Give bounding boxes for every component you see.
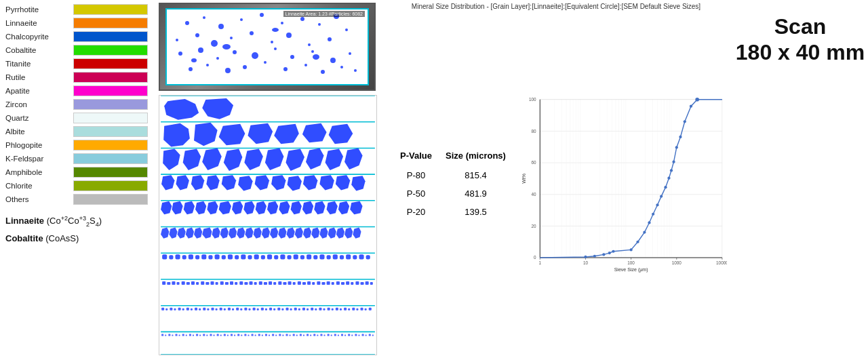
svg-rect-212 xyxy=(269,334,270,336)
mineral-color-swatch xyxy=(73,167,148,178)
svg-point-22 xyxy=(233,50,237,54)
scan-image: Linnaeite Area: 1.23 #Particles: 6082 xyxy=(159,3,376,91)
svg-rect-200 xyxy=(227,334,229,336)
svg-point-2 xyxy=(218,24,224,29)
svg-rect-147 xyxy=(232,309,234,311)
svg-rect-242 xyxy=(372,334,374,336)
svg-rect-123 xyxy=(341,282,344,285)
svg-point-305 xyxy=(660,195,663,197)
svg-rect-158 xyxy=(277,308,280,311)
mineral-color-swatch xyxy=(73,140,148,151)
scan-info-label: Linnaeite Area: 1.23 #Particles: 6082 xyxy=(283,11,365,17)
svg-rect-128 xyxy=(366,281,369,285)
svg-point-17 xyxy=(328,37,332,41)
svg-text:20: 20 xyxy=(532,224,537,228)
svg-rect-61 xyxy=(208,255,212,259)
svg-point-15 xyxy=(286,33,292,38)
svg-rect-102 xyxy=(239,281,243,285)
svg-rect-171 xyxy=(332,309,334,311)
svg-text:40: 40 xyxy=(532,192,537,197)
svg-text:10: 10 xyxy=(583,260,589,265)
svg-rect-118 xyxy=(317,281,320,285)
svg-rect-243 xyxy=(540,100,722,258)
svg-rect-153 xyxy=(257,309,259,311)
mineral-row: Others xyxy=(5,193,151,205)
svg-rect-72 xyxy=(280,254,285,259)
svg-rect-218 xyxy=(290,334,291,336)
svg-rect-101 xyxy=(235,282,237,285)
svg-rect-70 xyxy=(267,254,272,259)
svg-point-0 xyxy=(185,21,189,25)
svg-point-309 xyxy=(672,161,675,163)
svg-rect-81 xyxy=(340,255,344,259)
svg-point-29 xyxy=(189,67,193,71)
svg-rect-226 xyxy=(317,334,318,336)
svg-rect-215 xyxy=(279,334,281,336)
svg-rect-113 xyxy=(293,282,296,285)
svg-rect-67 xyxy=(248,255,252,259)
svg-rect-229 xyxy=(328,334,330,336)
svg-rect-198 xyxy=(220,334,222,336)
svg-rect-217 xyxy=(285,334,288,336)
svg-rect-137 xyxy=(191,309,193,311)
mineral-color-swatch xyxy=(73,180,148,191)
svg-rect-209 xyxy=(258,334,260,336)
mineral-color-swatch xyxy=(73,45,148,56)
mineral-color-swatch xyxy=(73,18,148,28)
svg-rect-135 xyxy=(182,309,184,311)
mineral-color-swatch xyxy=(73,153,148,164)
svg-rect-57 xyxy=(182,255,186,259)
svg-rect-177 xyxy=(356,309,358,311)
p20-label: P-20 xyxy=(393,203,439,221)
svg-rect-117 xyxy=(312,282,315,285)
svg-rect-154 xyxy=(261,308,264,311)
mineral-row: K-Feldspar xyxy=(5,152,151,165)
mineral-name: Apatite xyxy=(5,87,73,95)
mineral-row: Amphibole xyxy=(5,165,151,178)
svg-point-21 xyxy=(216,57,219,60)
svg-point-34 xyxy=(283,67,288,71)
svg-rect-130 xyxy=(161,308,164,311)
svg-rect-55 xyxy=(169,255,173,259)
svg-point-310 xyxy=(675,146,678,148)
svg-rect-90 xyxy=(182,281,185,285)
svg-rect-98 xyxy=(220,281,224,285)
svg-rect-143 xyxy=(216,309,218,311)
svg-rect-190 xyxy=(193,334,194,336)
svg-rect-63 xyxy=(222,255,226,259)
svg-rect-192 xyxy=(199,334,201,336)
svg-rect-80 xyxy=(333,254,338,259)
svg-rect-136 xyxy=(186,308,189,311)
svg-rect-184 xyxy=(172,334,173,336)
svg-rect-230 xyxy=(331,334,332,336)
svg-rect-223 xyxy=(307,334,309,336)
svg-point-3 xyxy=(240,18,243,21)
svg-text:0: 0 xyxy=(534,255,536,260)
svg-rect-197 xyxy=(217,334,219,336)
svg-rect-187 xyxy=(182,334,184,336)
svg-rect-59 xyxy=(195,255,199,259)
svg-rect-170 xyxy=(328,308,330,311)
svg-rect-234 xyxy=(344,334,346,336)
mineral-name: Rutile xyxy=(5,73,73,81)
svg-rect-105 xyxy=(254,282,257,285)
svg-rect-91 xyxy=(186,282,190,285)
svg-rect-56 xyxy=(175,254,180,259)
svg-rect-205 xyxy=(244,334,246,336)
svg-point-39 xyxy=(222,44,231,49)
mineral-name: Zircon xyxy=(5,100,73,108)
svg-rect-204 xyxy=(241,334,242,336)
mineral-name: Chlorite xyxy=(5,182,73,190)
svg-rect-87 xyxy=(167,282,170,285)
svg-text:100: 100 xyxy=(529,97,536,102)
svg-rect-176 xyxy=(352,308,355,311)
svg-rect-138 xyxy=(195,308,197,311)
svg-rect-207 xyxy=(252,334,254,336)
svg-rect-241 xyxy=(369,334,371,336)
svg-point-4 xyxy=(260,13,264,17)
svg-rect-73 xyxy=(288,255,292,259)
svg-rect-155 xyxy=(265,309,267,311)
svg-rect-82 xyxy=(346,254,351,259)
svg-rect-108 xyxy=(269,281,272,285)
chart-area: 0 20 40 60 80 100 Wt% Sieve Size ( xyxy=(521,12,727,355)
